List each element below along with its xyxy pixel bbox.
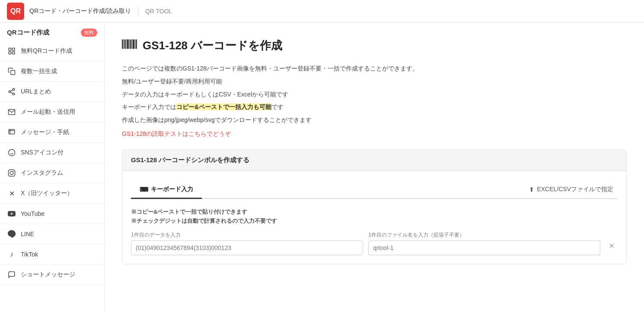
sidebar-item-qr-free[interactable]: 無料QRコード作成 <box>0 41 104 61</box>
card-body: ⌨ キーボード入力 ⬆ EXCEL/CSVファイルで指定 ※コピー&ペーストで一… <box>122 171 626 264</box>
form-row: 1件目のデータを入力 1件目のファイル名を入力（拡張子不要） × <box>131 231 618 255</box>
sidebar-section-label: QRコード作成 <box>7 29 49 37</box>
filename-field: 1件目のファイル名を入力（拡張子不要） <box>368 231 600 255</box>
create-card: GS1-128 バーコードシンボルを作成する ⌨ キーボード入力 ⬆ EXCEL… <box>122 150 627 265</box>
app-header: QR QRコード・バーコード作成/読み取り QR TOOL <box>0 0 644 22</box>
filename-field-label: 1件目のファイル名を入力（拡張子不要） <box>368 231 600 239</box>
desc-3: データの入力はキーボードもしくはCSV・Excelから可能です <box>122 90 627 100</box>
remove-row-button[interactable]: × <box>606 239 618 253</box>
svg-rect-3 <box>13 52 15 54</box>
svg-rect-27 <box>133 39 134 49</box>
header-divider <box>138 7 138 16</box>
sidebar-label-url-summary: URLまとめ <box>21 88 51 96</box>
svg-rect-0 <box>9 48 11 50</box>
sidebar-label-instagram: インスタグラム <box>21 169 63 177</box>
desc-2: 無料/ユーザー登録不要/商用利用可能 <box>122 77 627 87</box>
tiktok-icon: ♪ <box>7 250 16 259</box>
sidebar-item-instagram[interactable]: インスタグラム <box>0 163 104 183</box>
mail-icon <box>7 107 16 117</box>
sidebar-item-message[interactable]: メッセージ・手紙 <box>0 122 104 143</box>
desc-4: キーボード入力ではコピー&ペーストで一括入力も可能です <box>122 102 627 112</box>
tabs-row: ⌨ キーボード入力 ⬆ EXCEL/CSVファイルで指定 <box>131 181 618 199</box>
tab-excel[interactable]: ⬆ EXCEL/CSVファイルで指定 <box>525 181 618 198</box>
svg-line-8 <box>10 92 13 93</box>
svg-rect-21 <box>124 39 125 49</box>
line-icon <box>7 229 16 239</box>
instagram-icon <box>7 168 16 178</box>
svg-point-7 <box>13 93 15 95</box>
tab-keyboard[interactable]: ⌨ キーボード入力 <box>131 181 202 199</box>
svg-rect-23 <box>127 39 129 49</box>
sidebar-label-line: LINE <box>21 231 34 237</box>
svg-point-17 <box>10 171 13 175</box>
logo: QR <box>7 3 24 20</box>
desc-1: このページでは複数のGS1-128バーコード画像を無料・ユーザー登録不要・一括で… <box>122 64 627 74</box>
svg-rect-1 <box>13 48 15 50</box>
sidebar-item-mail[interactable]: メール起動・送信用 <box>0 102 104 122</box>
sidebar-label-mail: メール起動・送信用 <box>21 108 75 116</box>
sidebar-item-tiktok[interactable]: ♪ TikTok <box>0 244 104 265</box>
grid-icon <box>7 46 16 56</box>
card-header: GS1-128 バーコードシンボルを作成する <box>122 150 626 171</box>
svg-rect-2 <box>9 52 11 54</box>
sidebar-label-message: メッセージ・手紙 <box>21 128 69 136</box>
sidebar-label-tiktok: TikTok <box>21 251 38 258</box>
header-subtitle: QR TOOL <box>145 8 172 15</box>
svg-rect-4 <box>11 71 15 75</box>
sidebar-item-twitter[interactable]: ✕ X（旧ツイッター） <box>0 183 104 204</box>
data-input[interactable] <box>131 240 363 255</box>
hint-1: ※コピー&ペーストで一括で貼り付けできます <box>131 208 618 217</box>
sidebar-section-header: QRコード作成 無料 <box>0 22 104 41</box>
copy-icon <box>7 67 16 76</box>
form-hints: ※コピー&ペーストで一括で貼り付けできます ※チェックデジットは自動で計算される… <box>131 208 618 226</box>
svg-point-18 <box>13 171 14 172</box>
svg-rect-20 <box>124 39 124 49</box>
page-title: GS1-128 バーコードを作成 <box>143 38 282 53</box>
page-title-row: GS1-128 バーコードを作成 <box>122 36 627 55</box>
sidebar-label-youtube: YouTube <box>21 210 45 217</box>
highlight-copy-paste: コピー&ペーストで一括入力も可能 <box>176 103 271 110</box>
data-field-label: 1件目のデータを入力 <box>131 231 363 239</box>
filename-input[interactable] <box>368 240 600 255</box>
share-icon <box>7 87 16 96</box>
svg-rect-22 <box>126 39 127 49</box>
sidebar-label-sns: SNSアイコン付 <box>21 149 64 157</box>
sidebar-free-badge: 無料 <box>81 29 97 37</box>
svg-point-6 <box>9 91 11 93</box>
hint-2: ※チェックデジットは自動で計算されるので入力不要です <box>131 217 618 226</box>
sidebar-item-youtube[interactable]: YouTube <box>0 204 104 224</box>
sms-icon <box>7 270 16 279</box>
header-title: QRコード・バーコード作成/読み取り <box>29 7 131 15</box>
svg-line-9 <box>10 90 13 91</box>
svg-point-5 <box>13 89 15 91</box>
desc-5: 作成した画像はpng/jpeg/webp/svgでダウンロードすることができます <box>122 115 627 125</box>
sidebar-label-sms: ショートメッセージ <box>21 271 75 279</box>
sidebar-item-line[interactable]: LINE <box>0 224 104 244</box>
barcode-icon <box>122 36 137 55</box>
message-icon <box>7 128 16 137</box>
read-test-link[interactable]: GS1-128の読取テストはこちらでどうぞ <box>122 130 231 137</box>
svg-rect-28 <box>135 39 135 49</box>
sidebar-label-qr-free: 無料QRコード作成 <box>21 47 72 55</box>
sidebar: QRコード作成 無料 無料QRコード作成 複数一括生成 URLまとめ メー <box>0 22 105 311</box>
main-layout: QRコード作成 無料 無料QRコード作成 複数一括生成 URLまとめ メー <box>0 22 644 311</box>
sidebar-item-sns[interactable]: SNSアイコン付 <box>0 143 104 163</box>
data-field: 1件目のデータを入力 <box>131 231 363 255</box>
desc-link: GS1-128の読取テストはこちらでどうぞ <box>122 129 627 139</box>
sidebar-item-url-summary[interactable]: URLまとめ <box>0 82 104 102</box>
sidebar-item-batch[interactable]: 複数一括生成 <box>0 61 104 82</box>
x-icon: ✕ <box>7 189 16 198</box>
svg-rect-10 <box>9 129 15 134</box>
svg-rect-16 <box>9 170 15 176</box>
sidebar-label-batch: 複数一括生成 <box>21 67 57 75</box>
upload-tab-icon: ⬆ <box>529 186 534 193</box>
svg-rect-26 <box>132 39 132 49</box>
svg-rect-25 <box>130 39 131 49</box>
youtube-icon <box>7 209 16 218</box>
sidebar-item-sms[interactable]: ショートメッセージ <box>0 265 104 285</box>
main-content: GS1-128 バーコードを作成 このページでは複数のGS1-128バーコード画… <box>105 22 644 311</box>
smile-icon <box>7 148 16 157</box>
svg-rect-29 <box>136 39 137 49</box>
keyboard-tab-icon: ⌨ <box>140 186 148 193</box>
svg-rect-19 <box>122 39 123 49</box>
